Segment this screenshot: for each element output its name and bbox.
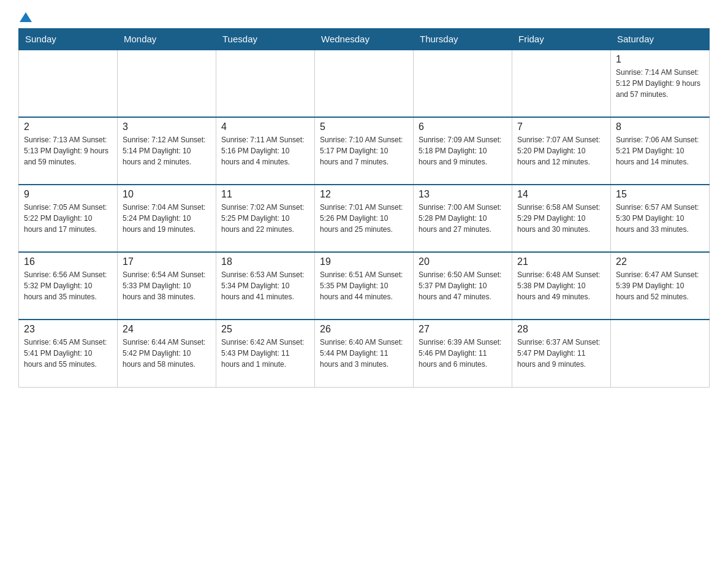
calendar-day-header: Wednesday xyxy=(315,29,414,50)
calendar-cell: 17Sunrise: 6:54 AM Sunset: 5:33 PM Dayli… xyxy=(118,252,216,320)
day-info: Sunrise: 7:12 AM Sunset: 5:14 PM Dayligh… xyxy=(123,134,211,167)
calendar-day-header: Tuesday xyxy=(216,29,315,50)
day-number: 22 xyxy=(616,256,704,267)
day-info: Sunrise: 6:53 AM Sunset: 5:34 PM Dayligh… xyxy=(221,269,309,302)
day-info: Sunrise: 6:42 AM Sunset: 5:43 PM Dayligh… xyxy=(221,337,309,370)
day-info: Sunrise: 7:02 AM Sunset: 5:25 PM Dayligh… xyxy=(221,202,309,235)
calendar-cell: 28Sunrise: 6:37 AM Sunset: 5:47 PM Dayli… xyxy=(512,320,611,387)
day-info: Sunrise: 6:48 AM Sunset: 5:38 PM Dayligh… xyxy=(517,269,605,302)
calendar-cell: 23Sunrise: 6:45 AM Sunset: 5:41 PM Dayli… xyxy=(19,320,118,387)
calendar-cell xyxy=(216,50,315,117)
calendar-cell: 27Sunrise: 6:39 AM Sunset: 5:46 PM Dayli… xyxy=(414,320,512,387)
day-info: Sunrise: 7:10 AM Sunset: 5:17 PM Dayligh… xyxy=(320,134,408,167)
day-number: 9 xyxy=(24,189,112,200)
day-number: 24 xyxy=(123,324,211,335)
calendar-cell xyxy=(512,50,611,117)
day-info: Sunrise: 7:13 AM Sunset: 5:13 PM Dayligh… xyxy=(24,134,112,167)
calendar-cell: 21Sunrise: 6:48 AM Sunset: 5:38 PM Dayli… xyxy=(512,252,611,320)
calendar-cell: 8Sunrise: 7:06 AM Sunset: 5:21 PM Daylig… xyxy=(611,117,710,185)
calendar-week-row: 1Sunrise: 7:14 AM Sunset: 5:12 PM Daylig… xyxy=(19,50,710,117)
calendar-cell: 22Sunrise: 6:47 AM Sunset: 5:39 PM Dayli… xyxy=(611,252,710,320)
day-info: Sunrise: 6:57 AM Sunset: 5:30 PM Dayligh… xyxy=(616,202,704,235)
calendar-week-row: 23Sunrise: 6:45 AM Sunset: 5:41 PM Dayli… xyxy=(19,320,710,387)
day-info: Sunrise: 6:37 AM Sunset: 5:47 PM Dayligh… xyxy=(517,337,605,370)
calendar-cell: 19Sunrise: 6:51 AM Sunset: 5:35 PM Dayli… xyxy=(315,252,414,320)
day-number: 1 xyxy=(616,54,704,65)
day-info: Sunrise: 6:45 AM Sunset: 5:41 PM Dayligh… xyxy=(24,337,112,370)
day-number: 5 xyxy=(320,121,408,132)
calendar-cell: 24Sunrise: 6:44 AM Sunset: 5:42 PM Dayli… xyxy=(118,320,216,387)
calendar-header-row: SundayMondayTuesdayWednesdayThursdayFrid… xyxy=(19,29,710,50)
calendar-day-header: Thursday xyxy=(414,29,512,50)
calendar-cell xyxy=(611,320,710,387)
day-number: 10 xyxy=(123,189,211,200)
calendar-day-header: Friday xyxy=(512,29,611,50)
day-info: Sunrise: 7:09 AM Sunset: 5:18 PM Dayligh… xyxy=(419,134,507,167)
day-info: Sunrise: 6:47 AM Sunset: 5:39 PM Dayligh… xyxy=(616,269,704,302)
calendar-cell: 4Sunrise: 7:11 AM Sunset: 5:16 PM Daylig… xyxy=(216,117,315,185)
calendar-table: SundayMondayTuesdayWednesdayThursdayFrid… xyxy=(18,28,710,388)
day-info: Sunrise: 7:00 AM Sunset: 5:28 PM Dayligh… xyxy=(419,202,507,235)
calendar-week-row: 16Sunrise: 6:56 AM Sunset: 5:32 PM Dayli… xyxy=(19,252,710,320)
day-number: 27 xyxy=(419,324,507,335)
calendar-cell: 12Sunrise: 7:01 AM Sunset: 5:26 PM Dayli… xyxy=(315,185,414,252)
calendar-day-header: Monday xyxy=(118,29,216,50)
day-info: Sunrise: 6:58 AM Sunset: 5:29 PM Dayligh… xyxy=(517,202,605,235)
calendar-cell: 26Sunrise: 6:40 AM Sunset: 5:44 PM Dayli… xyxy=(315,320,414,387)
day-info: Sunrise: 6:54 AM Sunset: 5:33 PM Dayligh… xyxy=(123,269,211,302)
day-number: 26 xyxy=(320,324,408,335)
calendar-day-header: Sunday xyxy=(19,29,118,50)
day-info: Sunrise: 7:06 AM Sunset: 5:21 PM Dayligh… xyxy=(616,134,704,167)
day-number: 15 xyxy=(616,189,704,200)
day-info: Sunrise: 7:04 AM Sunset: 5:24 PM Dayligh… xyxy=(123,202,211,235)
calendar-cell: 18Sunrise: 6:53 AM Sunset: 5:34 PM Dayli… xyxy=(216,252,315,320)
calendar-cell: 1Sunrise: 7:14 AM Sunset: 5:12 PM Daylig… xyxy=(611,50,710,117)
calendar-cell: 2Sunrise: 7:13 AM Sunset: 5:13 PM Daylig… xyxy=(19,117,118,185)
day-info: Sunrise: 6:40 AM Sunset: 5:44 PM Dayligh… xyxy=(320,337,408,370)
calendar-cell: 15Sunrise: 6:57 AM Sunset: 5:30 PM Dayli… xyxy=(611,185,710,252)
logo-triangle-icon xyxy=(20,12,32,22)
day-number: 7 xyxy=(517,121,605,132)
logo xyxy=(18,12,33,22)
page-header xyxy=(18,12,710,22)
calendar-cell: 13Sunrise: 7:00 AM Sunset: 5:28 PM Dayli… xyxy=(414,185,512,252)
day-number: 18 xyxy=(221,256,309,267)
calendar-week-row: 2Sunrise: 7:13 AM Sunset: 5:13 PM Daylig… xyxy=(19,117,710,185)
day-info: Sunrise: 6:51 AM Sunset: 5:35 PM Dayligh… xyxy=(320,269,408,302)
day-info: Sunrise: 6:44 AM Sunset: 5:42 PM Dayligh… xyxy=(123,337,211,370)
day-number: 8 xyxy=(616,121,704,132)
day-number: 12 xyxy=(320,189,408,200)
day-number: 25 xyxy=(221,324,309,335)
day-number: 17 xyxy=(123,256,211,267)
day-info: Sunrise: 6:39 AM Sunset: 5:46 PM Dayligh… xyxy=(419,337,507,370)
calendar-week-row: 9Sunrise: 7:05 AM Sunset: 5:22 PM Daylig… xyxy=(19,185,710,252)
calendar-cell: 14Sunrise: 6:58 AM Sunset: 5:29 PM Dayli… xyxy=(512,185,611,252)
calendar-cell xyxy=(118,50,216,117)
day-number: 21 xyxy=(517,256,605,267)
calendar-cell: 9Sunrise: 7:05 AM Sunset: 5:22 PM Daylig… xyxy=(19,185,118,252)
calendar-cell: 11Sunrise: 7:02 AM Sunset: 5:25 PM Dayli… xyxy=(216,185,315,252)
day-info: Sunrise: 7:07 AM Sunset: 5:20 PM Dayligh… xyxy=(517,134,605,167)
day-number: 14 xyxy=(517,189,605,200)
calendar-cell: 7Sunrise: 7:07 AM Sunset: 5:20 PM Daylig… xyxy=(512,117,611,185)
day-number: 4 xyxy=(221,121,309,132)
calendar-cell: 16Sunrise: 6:56 AM Sunset: 5:32 PM Dayli… xyxy=(19,252,118,320)
day-number: 3 xyxy=(123,121,211,132)
day-number: 23 xyxy=(24,324,112,335)
day-number: 2 xyxy=(24,121,112,132)
day-info: Sunrise: 7:14 AM Sunset: 5:12 PM Dayligh… xyxy=(616,67,704,100)
day-info: Sunrise: 6:56 AM Sunset: 5:32 PM Dayligh… xyxy=(24,269,112,302)
day-number: 19 xyxy=(320,256,408,267)
day-number: 20 xyxy=(419,256,507,267)
calendar-cell xyxy=(19,50,118,117)
calendar-cell: 6Sunrise: 7:09 AM Sunset: 5:18 PM Daylig… xyxy=(414,117,512,185)
day-info: Sunrise: 7:11 AM Sunset: 5:16 PM Dayligh… xyxy=(221,134,309,167)
day-number: 6 xyxy=(419,121,507,132)
calendar-cell xyxy=(315,50,414,117)
calendar-day-header: Saturday xyxy=(611,29,710,50)
calendar-cell: 20Sunrise: 6:50 AM Sunset: 5:37 PM Dayli… xyxy=(414,252,512,320)
calendar-cell: 3Sunrise: 7:12 AM Sunset: 5:14 PM Daylig… xyxy=(118,117,216,185)
day-info: Sunrise: 7:01 AM Sunset: 5:26 PM Dayligh… xyxy=(320,202,408,235)
calendar-cell: 25Sunrise: 6:42 AM Sunset: 5:43 PM Dayli… xyxy=(216,320,315,387)
day-number: 28 xyxy=(517,324,605,335)
